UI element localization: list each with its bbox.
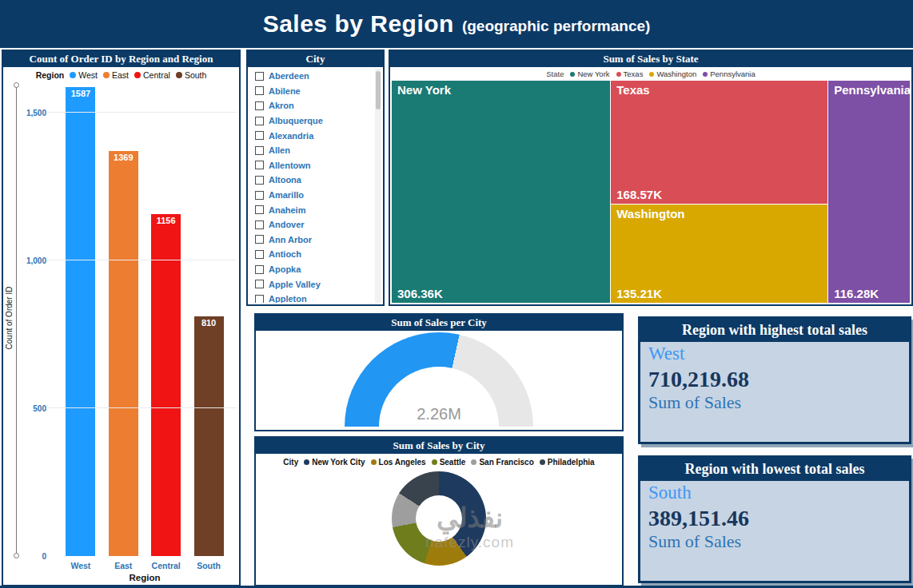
checkbox-icon[interactable] bbox=[255, 191, 264, 200]
bar-south[interactable]: 810 bbox=[194, 316, 224, 556]
checkbox-icon[interactable] bbox=[255, 176, 264, 185]
checkbox-icon[interactable] bbox=[255, 146, 264, 155]
city-slicer-item[interactable]: Abilene bbox=[249, 84, 373, 99]
bar-legend-item[interactable]: West bbox=[70, 70, 98, 80]
checkbox-icon[interactable] bbox=[255, 205, 264, 214]
checkbox-icon[interactable] bbox=[255, 101, 264, 110]
treemap-node-washington[interactable]: Washington135.21K bbox=[611, 205, 827, 303]
treemap-node-value: 135.21K bbox=[616, 287, 662, 300]
city-slicer-item[interactable]: Amarillo bbox=[249, 188, 373, 203]
page-title: Sales by Region bbox=[263, 10, 454, 38]
city-slicer-item[interactable]: Anaheim bbox=[249, 202, 373, 217]
bar-value-label: 1587 bbox=[66, 89, 95, 98]
city-label: Andover bbox=[269, 220, 305, 229]
card-lowest-sales: Region with lowest total sales South 389… bbox=[638, 455, 911, 583]
city-slicer-item[interactable]: Albuquerque bbox=[249, 113, 373, 129]
treemap-node-value: 168.57K bbox=[616, 188, 662, 201]
bar-west[interactable]: 1587 bbox=[66, 87, 95, 556]
gridline bbox=[48, 407, 237, 408]
slider-handle-top[interactable] bbox=[14, 82, 19, 88]
gauge-title: Sum of Sales per City bbox=[256, 315, 622, 331]
city-slicer-item[interactable]: Aberdeen bbox=[249, 69, 373, 84]
treemap-legend-dot-icon bbox=[649, 72, 654, 77]
dashboard-header: Sales by Region (geographic performance) bbox=[0, 0, 913, 48]
treemap-node-label: Washington bbox=[616, 207, 684, 220]
city-slicer-panel: City AberdeenAbileneAkronAlbuquerqueAlex… bbox=[246, 50, 385, 306]
city-slicer-item[interactable]: Antioch bbox=[249, 247, 373, 262]
donut-legend-item[interactable]: Los Angeles bbox=[371, 458, 426, 467]
card-lowest-body: South 389,151.46 Sum of Sales bbox=[640, 481, 909, 554]
treemap-node-new-york[interactable]: New York306.36K bbox=[392, 81, 610, 303]
treemap-legend-dot-icon bbox=[570, 72, 575, 77]
city-slicer-item[interactable]: Ann Arbor bbox=[249, 232, 373, 248]
checkbox-icon[interactable] bbox=[255, 250, 264, 259]
donut-legend-item[interactable]: New York City bbox=[304, 458, 365, 467]
donut-legend-item[interactable]: Seattle bbox=[432, 458, 466, 467]
bar-legend-item[interactable]: South bbox=[176, 70, 206, 80]
card-highest-value: 710,219.68 bbox=[648, 366, 901, 393]
city-slicer-item[interactable]: Akron bbox=[249, 98, 373, 113]
treemap-node-value: 306.36K bbox=[397, 287, 443, 300]
donut-legend-item[interactable]: Philadelphia bbox=[540, 458, 595, 467]
scrollbar-thumb[interactable] bbox=[376, 71, 381, 109]
donut-legend-item[interactable]: San Francisco bbox=[471, 458, 533, 467]
city-slicer-item[interactable]: Apple Valley bbox=[249, 276, 373, 292]
checkbox-icon[interactable] bbox=[255, 235, 264, 244]
city-slicer-item[interactable]: Andover bbox=[249, 217, 373, 232]
treemap-legend-item[interactable]: Texas bbox=[616, 70, 644, 78]
city-label: Allen bbox=[269, 145, 290, 155]
bar-east[interactable]: 1369 bbox=[109, 151, 138, 556]
bar-legend-dot-icon bbox=[176, 72, 182, 78]
dashboard: Sales by Region (geographic performance)… bbox=[0, 0, 913, 588]
x-axis-label-south: South bbox=[194, 561, 224, 570]
city-slicer-item[interactable]: Alexandria bbox=[249, 128, 373, 143]
donut-chart[interactable] bbox=[392, 471, 486, 566]
x-axis-label-central: Central bbox=[151, 561, 181, 570]
treemap-legend-item[interactable]: New York bbox=[570, 70, 609, 78]
city-label: Abilene bbox=[269, 86, 301, 96]
x-axis-label-east: East bbox=[109, 561, 138, 570]
city-label: Altoona bbox=[269, 175, 301, 185]
donut-legend-dot-icon bbox=[432, 459, 437, 465]
bar-legend-label: West bbox=[78, 70, 98, 80]
treemap-legend-item[interactable]: Pennsylvania bbox=[703, 70, 756, 78]
bar-series: 158713691156810 bbox=[53, 83, 237, 556]
checkbox-icon[interactable] bbox=[255, 295, 264, 303]
city-label: Albuquerque bbox=[269, 116, 323, 125]
city-slicer-item[interactable]: Altoona bbox=[249, 173, 373, 188]
treemap-legend-dot-icon bbox=[703, 72, 708, 77]
y-axis-slider[interactable] bbox=[16, 85, 17, 556]
bar-central[interactable]: 1156 bbox=[151, 214, 181, 556]
bar-legend-item[interactable]: East bbox=[103, 70, 129, 80]
gridline bbox=[48, 260, 237, 260]
treemap-legend-item[interactable]: Washington bbox=[649, 70, 696, 78]
checkbox-icon[interactable] bbox=[255, 72, 264, 81]
city-slicer-item[interactable]: Appleton bbox=[249, 292, 373, 303]
bar-legend-item[interactable]: Central bbox=[134, 70, 170, 80]
checkbox-icon[interactable] bbox=[255, 280, 264, 288]
city-slicer-item[interactable]: Apopka bbox=[249, 262, 373, 277]
checkbox-icon[interactable] bbox=[255, 265, 264, 274]
treemap-title: Sum of Sales by State bbox=[390, 51, 911, 67]
checkbox-icon[interactable] bbox=[255, 161, 264, 169]
checkbox-icon[interactable] bbox=[255, 117, 264, 125]
bar-legend-label: Central bbox=[143, 70, 170, 80]
checkbox-icon[interactable] bbox=[255, 86, 264, 95]
city-slicer-item[interactable]: Allentown bbox=[249, 158, 373, 173]
city-label: Antioch bbox=[269, 249, 301, 259]
city-scrollbar[interactable] bbox=[375, 69, 381, 303]
city-label: Amarillo bbox=[269, 190, 304, 200]
bar-y-axis-title: Count of Order ID bbox=[5, 287, 14, 350]
donut-legend-label: San Francisco bbox=[479, 458, 533, 467]
treemap-node-texas[interactable]: Texas168.57K bbox=[611, 81, 827, 204]
gauge-arc[interactable]: 2.26M bbox=[345, 332, 533, 427]
checkbox-icon[interactable] bbox=[255, 131, 264, 140]
treemap-node-label: Texas bbox=[616, 83, 649, 97]
city-slicer-item[interactable]: Allen bbox=[249, 143, 373, 158]
treemap-legend-title: State bbox=[546, 70, 564, 78]
checkbox-icon[interactable] bbox=[255, 220, 264, 229]
donut-legend-label: New York City bbox=[312, 458, 365, 467]
slider-handle-bottom[interactable] bbox=[14, 553, 19, 558]
bar-legend-label: East bbox=[112, 70, 129, 80]
treemap-node-pennsylvania[interactable]: Pennsylvania116.28K bbox=[828, 81, 910, 303]
